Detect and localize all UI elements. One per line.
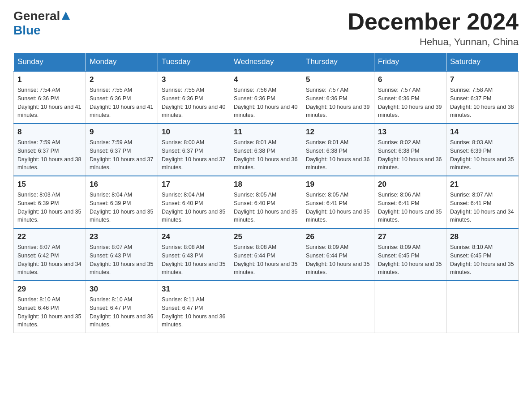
day-number: 28 bbox=[450, 232, 515, 241]
day-number: 4 bbox=[234, 75, 298, 84]
day-info: Sunrise: 8:03 AM Sunset: 6:39 PM Dayligh… bbox=[17, 191, 82, 224]
table-row: 15 Sunrise: 8:03 AM Sunset: 6:39 PM Dayl… bbox=[14, 176, 86, 228]
day-number: 17 bbox=[162, 180, 226, 189]
svg-marker-0 bbox=[62, 12, 70, 20]
table-row: 18 Sunrise: 8:05 AM Sunset: 6:40 PM Dayl… bbox=[230, 176, 302, 228]
table-row: 17 Sunrise: 8:04 AM Sunset: 6:40 PM Dayl… bbox=[158, 176, 230, 228]
day-number: 8 bbox=[17, 128, 82, 137]
table-row: 14 Sunrise: 8:03 AM Sunset: 6:39 PM Dayl… bbox=[446, 124, 519, 176]
day-number: 10 bbox=[162, 128, 226, 137]
day-info: Sunrise: 8:02 AM Sunset: 6:38 PM Dayligh… bbox=[378, 138, 442, 172]
day-number: 6 bbox=[378, 75, 442, 84]
location: Hehua, Yunnan, China bbox=[348, 36, 519, 48]
table-row: 7 Sunrise: 7:58 AM Sunset: 6:37 PM Dayli… bbox=[446, 71, 519, 124]
day-info: Sunrise: 8:04 AM Sunset: 6:39 PM Dayligh… bbox=[90, 191, 154, 224]
day-info: Sunrise: 8:05 AM Sunset: 6:40 PM Dayligh… bbox=[234, 191, 298, 224]
day-info: Sunrise: 8:09 AM Sunset: 6:45 PM Dayligh… bbox=[378, 243, 442, 277]
day-info: Sunrise: 7:56 AM Sunset: 6:36 PM Dayligh… bbox=[234, 86, 298, 120]
day-info: Sunrise: 8:03 AM Sunset: 6:39 PM Dayligh… bbox=[450, 138, 515, 172]
table-row: 24 Sunrise: 8:08 AM Sunset: 6:43 PM Dayl… bbox=[158, 228, 230, 281]
table-row: 10 Sunrise: 8:00 AM Sunset: 6:37 PM Dayl… bbox=[158, 124, 230, 176]
table-row: 4 Sunrise: 7:56 AM Sunset: 6:36 PM Dayli… bbox=[230, 71, 302, 124]
month-title: December 2024 bbox=[348, 9, 519, 34]
calendar-week-row: 29 Sunrise: 8:10 AM Sunset: 6:46 PM Dayl… bbox=[14, 281, 519, 333]
day-info: Sunrise: 8:10 AM Sunset: 6:45 PM Dayligh… bbox=[450, 243, 515, 277]
table-row: 3 Sunrise: 7:55 AM Sunset: 6:36 PM Dayli… bbox=[158, 71, 230, 124]
logo-general-text: General bbox=[13, 9, 60, 23]
table-row bbox=[302, 281, 374, 333]
day-info: Sunrise: 7:57 AM Sunset: 6:36 PM Dayligh… bbox=[378, 86, 442, 120]
col-sunday: Sunday bbox=[14, 53, 86, 72]
logo-triangle-icon bbox=[61, 11, 71, 21]
table-row: 22 Sunrise: 8:07 AM Sunset: 6:42 PM Dayl… bbox=[14, 228, 86, 281]
table-row: 29 Sunrise: 8:10 AM Sunset: 6:46 PM Dayl… bbox=[14, 281, 86, 333]
day-info: Sunrise: 8:07 AM Sunset: 6:43 PM Dayligh… bbox=[90, 243, 154, 277]
day-info: Sunrise: 8:01 AM Sunset: 6:38 PM Dayligh… bbox=[306, 138, 370, 172]
day-number: 29 bbox=[17, 285, 82, 294]
table-row: 30 Sunrise: 8:10 AM Sunset: 6:47 PM Dayl… bbox=[86, 281, 158, 333]
day-number: 2 bbox=[90, 75, 154, 84]
day-number: 16 bbox=[90, 180, 154, 189]
day-info: Sunrise: 8:08 AM Sunset: 6:43 PM Dayligh… bbox=[162, 243, 226, 277]
col-thursday: Thursday bbox=[302, 53, 374, 72]
table-row: 5 Sunrise: 7:57 AM Sunset: 6:36 PM Dayli… bbox=[302, 71, 374, 124]
table-row: 11 Sunrise: 8:01 AM Sunset: 6:38 PM Dayl… bbox=[230, 124, 302, 176]
day-number: 9 bbox=[90, 128, 154, 137]
day-info: Sunrise: 7:59 AM Sunset: 6:37 PM Dayligh… bbox=[90, 138, 154, 172]
day-number: 11 bbox=[234, 128, 298, 137]
table-row: 19 Sunrise: 8:05 AM Sunset: 6:41 PM Dayl… bbox=[302, 176, 374, 228]
table-row bbox=[446, 281, 519, 333]
day-info: Sunrise: 8:11 AM Sunset: 6:47 PM Dayligh… bbox=[162, 295, 226, 329]
day-number: 20 bbox=[378, 180, 442, 189]
day-number: 24 bbox=[162, 232, 226, 241]
day-number: 15 bbox=[17, 180, 82, 189]
calendar-week-row: 15 Sunrise: 8:03 AM Sunset: 6:39 PM Dayl… bbox=[14, 176, 519, 228]
day-number: 5 bbox=[306, 75, 370, 84]
table-row: 20 Sunrise: 8:06 AM Sunset: 6:41 PM Dayl… bbox=[374, 176, 446, 228]
day-info: Sunrise: 8:08 AM Sunset: 6:44 PM Dayligh… bbox=[234, 243, 298, 277]
calendar-table: Sunday Monday Tuesday Wednesday Thursday… bbox=[13, 52, 519, 333]
day-info: Sunrise: 7:55 AM Sunset: 6:36 PM Dayligh… bbox=[162, 86, 226, 120]
day-info: Sunrise: 7:57 AM Sunset: 6:36 PM Dayligh… bbox=[306, 86, 370, 120]
col-wednesday: Wednesday bbox=[230, 53, 302, 72]
table-row: 25 Sunrise: 8:08 AM Sunset: 6:44 PM Dayl… bbox=[230, 228, 302, 281]
table-row: 9 Sunrise: 7:59 AM Sunset: 6:37 PM Dayli… bbox=[86, 124, 158, 176]
table-row: 28 Sunrise: 8:10 AM Sunset: 6:45 PM Dayl… bbox=[446, 228, 519, 281]
day-number: 30 bbox=[90, 285, 154, 294]
day-info: Sunrise: 8:05 AM Sunset: 6:41 PM Dayligh… bbox=[306, 191, 370, 224]
table-row: 12 Sunrise: 8:01 AM Sunset: 6:38 PM Dayl… bbox=[302, 124, 374, 176]
table-row: 26 Sunrise: 8:09 AM Sunset: 6:44 PM Dayl… bbox=[302, 228, 374, 281]
day-info: Sunrise: 8:07 AM Sunset: 6:42 PM Dayligh… bbox=[17, 243, 82, 277]
table-row: 6 Sunrise: 7:57 AM Sunset: 6:36 PM Dayli… bbox=[374, 71, 446, 124]
table-row: 27 Sunrise: 8:09 AM Sunset: 6:45 PM Dayl… bbox=[374, 228, 446, 281]
col-saturday: Saturday bbox=[446, 53, 519, 72]
day-info: Sunrise: 7:55 AM Sunset: 6:36 PM Dayligh… bbox=[90, 86, 154, 120]
calendar-week-row: 8 Sunrise: 7:59 AM Sunset: 6:37 PM Dayli… bbox=[14, 124, 519, 176]
table-row: 13 Sunrise: 8:02 AM Sunset: 6:38 PM Dayl… bbox=[374, 124, 446, 176]
day-info: Sunrise: 8:01 AM Sunset: 6:38 PM Dayligh… bbox=[234, 138, 298, 172]
logo-blue-text: Blue bbox=[13, 23, 41, 37]
day-number: 3 bbox=[162, 75, 226, 84]
table-row bbox=[230, 281, 302, 333]
day-number: 1 bbox=[17, 75, 82, 84]
table-row bbox=[374, 281, 446, 333]
day-info: Sunrise: 8:04 AM Sunset: 6:40 PM Dayligh… bbox=[162, 191, 226, 224]
table-row: 1 Sunrise: 7:54 AM Sunset: 6:36 PM Dayli… bbox=[14, 71, 86, 124]
logo: General Blue bbox=[13, 9, 71, 38]
title-section: December 2024 Hehua, Yunnan, China bbox=[348, 9, 519, 48]
calendar-week-row: 22 Sunrise: 8:07 AM Sunset: 6:42 PM Dayl… bbox=[14, 228, 519, 281]
table-row: 31 Sunrise: 8:11 AM Sunset: 6:47 PM Dayl… bbox=[158, 281, 230, 333]
day-info: Sunrise: 8:09 AM Sunset: 6:44 PM Dayligh… bbox=[306, 243, 370, 277]
col-tuesday: Tuesday bbox=[158, 53, 230, 72]
day-number: 27 bbox=[378, 232, 442, 241]
day-info: Sunrise: 7:58 AM Sunset: 6:37 PM Dayligh… bbox=[450, 86, 515, 120]
calendar-week-row: 1 Sunrise: 7:54 AM Sunset: 6:36 PM Dayli… bbox=[14, 71, 519, 124]
calendar-header-row: Sunday Monday Tuesday Wednesday Thursday… bbox=[14, 53, 519, 72]
day-number: 22 bbox=[17, 232, 82, 241]
day-number: 12 bbox=[306, 128, 370, 137]
table-row: 8 Sunrise: 7:59 AM Sunset: 6:37 PM Dayli… bbox=[14, 124, 86, 176]
day-info: Sunrise: 8:10 AM Sunset: 6:46 PM Dayligh… bbox=[17, 295, 82, 329]
day-number: 18 bbox=[234, 180, 298, 189]
day-info: Sunrise: 8:10 AM Sunset: 6:47 PM Dayligh… bbox=[90, 295, 154, 329]
day-number: 26 bbox=[306, 232, 370, 241]
